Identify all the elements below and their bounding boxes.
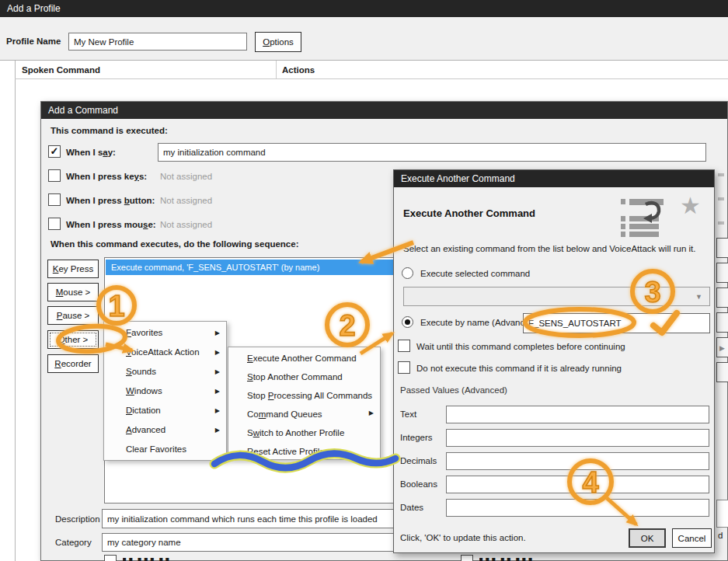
- when-i-press-mouse-checkbox[interactable]: [48, 218, 61, 230]
- menu-item-advanced[interactable]: Advanced▶: [104, 420, 226, 440]
- table-header-underline: [15, 78, 728, 79]
- menu-item-favorites[interactable]: Favorites▶: [104, 323, 226, 343]
- clipped-side-button-1[interactable]: [716, 238, 728, 258]
- clipped-side-button-3[interactable]: [716, 287, 728, 308]
- profile-window-title: Add a Profile: [7, 3, 61, 14]
- bottom-left-clipped-text: ▌▌ ▌▌▌ ▌▌: [123, 558, 278, 561]
- wait-until-completes-label: Wait until this command completes before…: [416, 342, 625, 351]
- clipped-side-button-2[interactable]: [716, 263, 728, 283]
- passed-values-heading: Passed Values (Advanced): [400, 385, 507, 395]
- submenu-item-execute-another-command[interactable]: Execute Another Command: [228, 349, 380, 368]
- executed-heading: This command is executed:: [51, 126, 168, 135]
- submenu-arrow-icon: ▶: [369, 404, 374, 423]
- ok-button[interactable]: OK: [629, 528, 666, 548]
- execute-command-icon: [621, 197, 664, 235]
- clipped-gray-text-2: [718, 197, 724, 200]
- bottom-right-checkbox[interactable]: [461, 555, 473, 561]
- decimals-field-input[interactable]: [446, 452, 709, 470]
- when-i-press-mouse-label: When I press mouse:: [66, 220, 156, 229]
- text-field-label: Text: [400, 409, 416, 419]
- execute-another-command-dialog: Execute Another Command Execute Another …: [393, 169, 715, 553]
- bottom-right-clipped-text: ▌▌▌ ▌▌ ▌▌▌: [479, 558, 650, 561]
- submenu-item-command-queues[interactable]: Command Queues▶: [228, 405, 380, 423]
- command-select-dropdown[interactable]: ▼: [403, 287, 710, 306]
- add-command-titlebar: Add a Command: [41, 102, 727, 119]
- when-i-press-keys-value: Not assigned: [160, 172, 212, 181]
- recorder-button[interactable]: Recorder: [47, 354, 99, 373]
- menu-item-voiceattack-action[interactable]: VoiceAttack Action▶: [104, 343, 226, 362]
- footer-note: Click, 'OK' to update this action.: [400, 533, 526, 542]
- submenu-item-switch-to-another-profile[interactable]: Switch to Another Profile: [228, 423, 380, 442]
- favorite-star-icon[interactable]: ★: [680, 192, 701, 219]
- submenu-item-stop-processing-all-commands[interactable]: Stop Processing All Commands: [228, 386, 380, 405]
- options-button[interactable]: Options: [255, 32, 301, 52]
- clipped-gray-text-1: [718, 173, 724, 176]
- when-i-say-checkbox[interactable]: ✓: [48, 145, 61, 158]
- booleans-field-input[interactable]: [446, 476, 709, 493]
- when-i-press-button-label: When I press button:: [66, 196, 155, 205]
- wait-until-completes-checkbox[interactable]: [398, 340, 410, 352]
- category-label: Category: [55, 538, 92, 547]
- submenu-arrow-icon: ▶: [215, 420, 220, 440]
- table-left-border: [15, 61, 16, 561]
- submenu-item-reset-active-profile[interactable]: Reset Active Profile: [228, 442, 380, 461]
- dates-field-label: Dates: [400, 503, 423, 512]
- column-spoken-command[interactable]: Spoken Command: [22, 65, 100, 75]
- key-press-button[interactable]: Key Press: [47, 260, 99, 278]
- dates-field-input[interactable]: [446, 499, 709, 517]
- text-field-input[interactable]: [446, 406, 709, 423]
- execute-dialog-heading: Execute Another Command: [403, 207, 535, 219]
- when-i-press-button-value: Not assigned: [160, 196, 212, 205]
- submenu-arrow-icon: ▶: [215, 401, 220, 420]
- when-i-press-button-checkbox[interactable]: [48, 193, 61, 206]
- integers-field-label: Integers: [400, 433, 433, 442]
- execute-dialog-titlebar: Execute Another Command: [394, 170, 714, 187]
- mouse-button[interactable]: Mouse >: [47, 283, 99, 301]
- menu-item-sounds[interactable]: Sounds▶: [104, 362, 226, 382]
- clipped-side-button-6[interactable]: [716, 362, 728, 382]
- integers-field-input[interactable]: [446, 429, 709, 447]
- table-column-divider: [276, 61, 277, 78]
- execute-dialog-title: Execute Another Command: [401, 173, 515, 184]
- clipped-side-button-4[interactable]: [716, 312, 728, 333]
- do-not-execute-checkbox[interactable]: [398, 361, 410, 374]
- when-i-press-mouse-value: Not assigned: [160, 220, 212, 229]
- execute-by-name-radio[interactable]: [402, 316, 413, 328]
- menu-item-clear-favorites[interactable]: Clear Favorites: [104, 440, 226, 459]
- clipped-side-button-5[interactable]: ▶: [716, 337, 728, 357]
- other-button[interactable]: Other >: [47, 330, 99, 349]
- chevron-down-icon: ▼: [695, 293, 702, 301]
- execute-by-name-radio-label: Execute by name (Advanced): [420, 318, 538, 327]
- bottom-left-checkbox[interactable]: [104, 555, 117, 561]
- voiceattack-action-submenu: Execute Another Command Stop Another Com…: [228, 347, 381, 460]
- voiceattack-add-profile-window: Add a Profile Profile Name Options Spoke…: [0, 0, 728, 561]
- booleans-field-label: Booleans: [400, 479, 437, 489]
- add-command-title: Add a Command: [48, 105, 118, 116]
- execute-selected-radio-label: Execute selected command: [420, 269, 530, 278]
- submenu-arrow-icon: ▶: [215, 323, 220, 343]
- when-i-press-keys-checkbox[interactable]: [48, 169, 61, 182]
- do-not-execute-label: Do not execute this command if it is alr…: [416, 364, 622, 373]
- other-context-menu: Favorites▶ VoiceAttack Action▶ Sounds▶ W…: [103, 321, 227, 461]
- clipped-partial-text: d: [718, 531, 723, 540]
- cancel-button[interactable]: Cancel: [672, 528, 712, 548]
- submenu-item-stop-another-command[interactable]: Stop Another Command: [228, 368, 380, 386]
- submenu-arrow-icon: ▶: [215, 382, 220, 401]
- menu-item-windows[interactable]: Windows▶: [104, 382, 226, 401]
- submenu-arrow-icon: ▶: [215, 343, 220, 362]
- sequence-heading: When this command executes, do the follo…: [51, 239, 299, 249]
- execute-selected-radio[interactable]: [402, 267, 413, 279]
- execute-by-name-input[interactable]: [523, 313, 710, 333]
- when-i-press-keys-label: When I press keys:: [66, 172, 147, 181]
- when-i-say-label: When I say:: [66, 148, 116, 157]
- menu-item-dictation[interactable]: Dictation▶: [104, 401, 226, 420]
- profile-window-titlebar: Add a Profile: [0, 0, 728, 17]
- when-i-say-input[interactable]: [158, 143, 706, 162]
- execute-dialog-instruction: Select an existing command from the list…: [403, 244, 695, 253]
- column-actions[interactable]: Actions: [282, 65, 315, 75]
- profile-name-label: Profile Name: [6, 37, 61, 46]
- redo-arrow-icon: [638, 199, 664, 224]
- description-label: Description: [55, 514, 100, 524]
- profile-name-input[interactable]: [68, 33, 247, 51]
- pause-button[interactable]: Pause >: [47, 306, 99, 325]
